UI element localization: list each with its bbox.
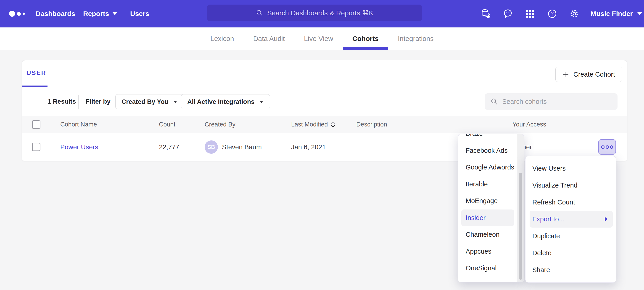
apps-grid-icon[interactable] — [525, 9, 535, 19]
tab-live-view[interactable]: Live View — [304, 28, 334, 50]
select-all-checkbox[interactable] — [32, 120, 40, 129]
cohorts-page: Dashboards Reports Users Search Dashboar… — [0, 0, 644, 290]
filter-row: 1 Results Filter by Created By You All A… — [22, 87, 627, 116]
menu-item-refresh-count[interactable]: Refresh Count — [526, 194, 616, 211]
tab-data-audit[interactable]: Data Audit — [253, 28, 285, 50]
nav-users[interactable]: Users — [130, 0, 149, 28]
header-cohort-name: Cohort Name — [60, 116, 97, 133]
tab-cohorts[interactable]: Cohorts — [352, 28, 379, 50]
global-search-input[interactable]: Search Dashboards & Reports ⌘K — [207, 5, 422, 21]
chevron-down-icon — [112, 12, 117, 15]
menu-item-view-users[interactable]: View Users — [526, 160, 616, 177]
submenu-item-chameleon[interactable]: Chameleon — [458, 226, 517, 243]
svg-text:?: ? — [551, 11, 554, 17]
chevron-down-icon — [174, 101, 177, 103]
submenu-item-insider[interactable]: Insider — [461, 210, 514, 226]
row-context-menu: View Users Visualize Trend Refresh Count… — [525, 156, 616, 283]
settings-gear-icon[interactable] — [569, 9, 580, 19]
menu-item-export-to[interactable]: Export to... — [530, 211, 613, 228]
cohort-count: 22,777 — [159, 133, 179, 161]
submenu-item-facebook-ads[interactable]: Facebook Ads — [458, 142, 517, 159]
integrations-filter-dropdown[interactable]: All Active Integrations — [181, 94, 270, 109]
mixpanel-logo-icon[interactable] — [9, 0, 25, 28]
results-count: 1 Results — [48, 98, 76, 105]
avatar: SB — [204, 140, 218, 154]
tab-integrations[interactable]: Integrations — [397, 28, 434, 50]
row-actions-button[interactable] — [598, 139, 616, 155]
menu-item-visualize-trend[interactable]: Visualize Trend — [526, 177, 616, 194]
more-options-icon — [600, 144, 614, 150]
cohort-search-input[interactable] — [502, 98, 612, 105]
section-tabs: Lexicon Data Audit Live View Cohorts Int… — [0, 28, 644, 50]
tab-user-cohorts[interactable]: USER — [26, 70, 46, 77]
global-search-placeholder: Search Dashboards & Reports ⌘K — [267, 9, 374, 17]
create-cohort-button[interactable]: Create Cohort — [556, 67, 622, 82]
menu-item-share[interactable]: Share — [526, 261, 616, 278]
search-icon — [256, 9, 263, 17]
submenu-item-moengage[interactable]: MoEngage — [458, 193, 517, 210]
header-last-modified[interactable]: Last Modified — [291, 116, 336, 133]
cohort-name-link[interactable]: Power Users — [60, 143, 98, 151]
feedback-icon[interactable] — [503, 9, 513, 19]
menu-item-delete[interactable]: Delete — [526, 244, 616, 261]
search-icon — [490, 98, 498, 105]
filter-by-label: Filter by — [86, 98, 110, 105]
tab-lexicon[interactable]: Lexicon — [210, 28, 234, 50]
submenu-item-google-adwords[interactable]: Google Adwords — [458, 159, 517, 176]
header-your-access: Your Access — [512, 116, 546, 133]
project-name: Music Finder — [590, 10, 633, 18]
header-description: Description — [356, 116, 387, 133]
project-switcher[interactable]: Music Finder — [590, 0, 642, 28]
last-modified-date: Jan 6, 2021 — [291, 133, 326, 161]
submenu-scrollbar-thumb[interactable] — [519, 173, 522, 280]
cohort-search — [485, 93, 618, 110]
submenu-item-iterable[interactable]: Iterable — [458, 176, 517, 193]
divider — [78, 95, 78, 109]
creator-name: Steven Baum — [222, 143, 262, 151]
submenu-item-onesignal[interactable]: OneSignal — [458, 260, 517, 277]
help-icon[interactable]: ? — [547, 9, 558, 19]
submenu-item-appcues[interactable]: Appcues — [458, 243, 517, 260]
cohort-type-tabs: USER Create Cohort — [22, 60, 627, 87]
user-tab-underline — [22, 86, 48, 87]
menu-item-duplicate[interactable]: Duplicate — [526, 228, 616, 244]
active-tab-underline — [343, 47, 388, 50]
cohorts-card: USER Create Cohort 1 Results Filter by C… — [22, 60, 627, 161]
nav-dashboards[interactable]: Dashboards — [36, 0, 75, 28]
table-header: Cohort Name Count Created By Last Modifi… — [22, 116, 627, 133]
sort-icon — [330, 121, 336, 128]
created-by-filter-dropdown[interactable]: Created By You — [115, 94, 184, 109]
export-to-submenu: Braze Facebook Ads Google Adwords Iterab… — [458, 134, 524, 282]
chevron-down-icon — [638, 12, 642, 15]
topbar-icons: ? — [480, 0, 580, 28]
data-management-icon[interactable] — [480, 9, 491, 19]
chevron-down-icon — [260, 101, 263, 103]
header-created-by: Created By — [204, 116, 236, 133]
export-to-list: Braze Facebook Ads Google Adwords Iterab… — [458, 134, 524, 277]
submenu-item-braze[interactable]: Braze — [458, 134, 517, 142]
submenu-arrow-icon — [605, 217, 608, 221]
plus-icon — [562, 71, 569, 78]
header-count: Count — [159, 116, 176, 133]
row-checkbox[interactable] — [32, 143, 40, 151]
top-navbar: Dashboards Reports Users Search Dashboar… — [0, 0, 644, 28]
nav-reports[interactable]: Reports — [83, 0, 117, 28]
